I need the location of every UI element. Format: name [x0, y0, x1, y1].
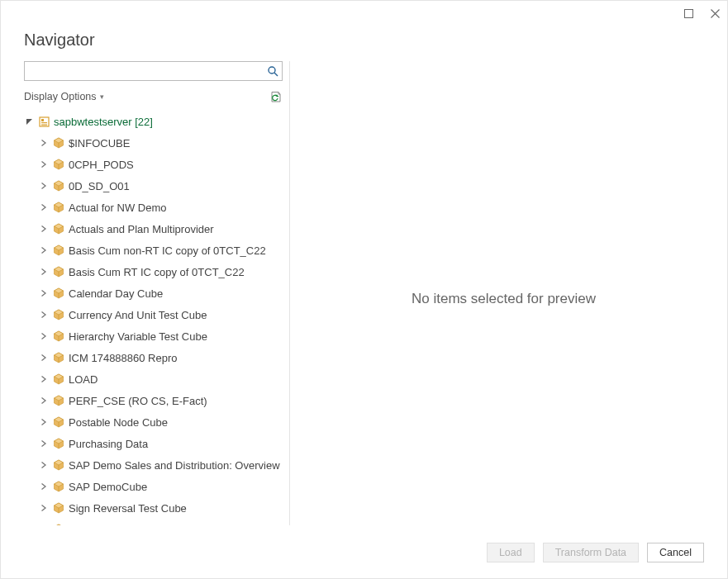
- close-button[interactable]: [707, 6, 722, 21]
- expand-icon[interactable]: [39, 202, 49, 212]
- tree-item-label: $INFOCUBE: [69, 137, 130, 149]
- tree-item[interactable]: Hierarchy Variable Test Cube: [24, 325, 283, 347]
- transform-data-button[interactable]: Transform Data: [543, 543, 639, 562]
- tree-item[interactable]: Calendar Day Cube: [24, 282, 283, 304]
- expand-icon[interactable]: [39, 224, 49, 234]
- tree-item-label: ICM 174888860 Repro: [69, 352, 178, 364]
- tree-item-label: Calendar Day Cube: [69, 287, 163, 300]
- chevron-down-icon: ▾: [100, 93, 104, 101]
- expand-icon[interactable]: [39, 245, 49, 255]
- cancel-button[interactable]: Cancel: [647, 543, 704, 562]
- tree-item[interactable]: PERF_CSE (RO CS, E-Fact): [24, 390, 283, 411]
- tree-item[interactable]: 0CPH_PODS: [24, 154, 283, 175]
- display-options-dropdown[interactable]: Display Options ▾: [24, 91, 104, 102]
- svg-rect-0: [684, 9, 692, 17]
- expand-icon[interactable]: [39, 267, 49, 277]
- cube-icon: [52, 373, 65, 386]
- svg-point-1: [269, 67, 275, 74]
- tree-root[interactable]: sapbwtestserver [22]: [24, 111, 283, 132]
- svg-rect-4: [41, 119, 44, 121]
- tree-item[interactable]: Currency And Unit Test Cube: [24, 304, 283, 325]
- options-row: Display Options ▾: [24, 89, 283, 104]
- maximize-icon: [684, 9, 693, 18]
- tree-item-label: Sign Reversal Test Cube: [69, 502, 187, 515]
- cube-icon: [52, 158, 65, 171]
- tree-item-label: Test Cube: [69, 524, 117, 526]
- svg-rect-5: [41, 122, 47, 123]
- svg-rect-6: [41, 124, 47, 125]
- expand-icon[interactable]: [39, 331, 49, 341]
- search-box: [24, 61, 283, 81]
- cube-icon: [52, 179, 65, 192]
- cube-icon: [52, 480, 65, 493]
- expand-icon[interactable]: [39, 524, 49, 525]
- expand-icon[interactable]: [39, 138, 49, 148]
- expand-icon[interactable]: [39, 374, 49, 384]
- tree-item[interactable]: Test Cube: [24, 519, 283, 525]
- cube-icon: [52, 222, 65, 235]
- cube-icon: [52, 458, 65, 472]
- cube-icon: [52, 415, 65, 429]
- tree-item-label: Basis Cum RT IC copy of 0TCT_C22: [69, 266, 245, 278]
- cube-icon: [52, 287, 65, 300]
- tree-item[interactable]: Sign Reversal Test Cube: [24, 497, 283, 519]
- tree-item[interactable]: 0D_SD_O01: [24, 175, 283, 197]
- expand-icon[interactable]: [39, 482, 49, 491]
- tree-item[interactable]: Basis Cum non-RT IC copy of 0TCT_C22: [24, 240, 283, 261]
- tree-item-label: PERF_CSE (RO CS, E-Fact): [69, 395, 207, 407]
- tree-root-label: sapbwtestserver [22]: [54, 116, 153, 128]
- tree-item[interactable]: $INFOCUBE: [24, 132, 283, 154]
- search-input[interactable]: [25, 62, 264, 80]
- cube-icon: [52, 136, 65, 149]
- cube-icon: [52, 265, 65, 278]
- tree-item-label: Currency And Unit Test Cube: [69, 309, 207, 321]
- tree-item[interactable]: LOAD: [24, 368, 283, 390]
- expand-icon[interactable]: [39, 159, 49, 169]
- tree-item[interactable]: Actuals and Plan Multiprovider: [24, 218, 283, 240]
- tree-item[interactable]: Actual for NW Demo: [24, 197, 283, 218]
- dialog-title: Navigator: [1, 26, 727, 61]
- navigator-left-pane: Display Options ▾: [4, 61, 290, 525]
- refresh-icon: [269, 91, 282, 103]
- cube-icon: [52, 308, 65, 321]
- tree-item[interactable]: Basis Cum RT IC copy of 0TCT_C22: [24, 261, 283, 282]
- tree-item[interactable]: ICM 174888860 Repro: [24, 347, 283, 368]
- cube-icon: [52, 330, 65, 343]
- expand-icon[interactable]: [39, 310, 49, 320]
- titlebar: [1, 1, 727, 26]
- expand-icon[interactable]: [39, 460, 49, 470]
- expand-icon[interactable]: [39, 417, 49, 427]
- display-options-label: Display Options: [24, 91, 97, 102]
- tree-item[interactable]: SAP DemoCube: [24, 476, 283, 497]
- expand-icon[interactable]: [39, 439, 49, 448]
- dialog-body: Display Options ▾: [1, 61, 727, 537]
- tree-item-label: Purchasing Data: [69, 438, 148, 450]
- expand-icon[interactable]: [39, 181, 49, 191]
- svg-line-2: [274, 73, 278, 76]
- tree-item[interactable]: SAP Demo Sales and Distribution: Overvie…: [24, 454, 283, 476]
- tree-item-label: 0CPH_PODS: [69, 159, 134, 171]
- tree-scroll[interactable]: sapbwtestserver [22] $INFOCUBE0CPH_PODS0…: [24, 111, 283, 525]
- tree-item[interactable]: Purchasing Data: [24, 433, 283, 454]
- search-button[interactable]: [264, 62, 282, 80]
- load-button[interactable]: Load: [487, 543, 535, 562]
- expand-icon[interactable]: [39, 288, 49, 298]
- navigator-dialog: Navigator Display Options ▾: [0, 0, 728, 579]
- tree-item-label: Actuals and Plan Multiprovider: [69, 223, 214, 235]
- server-icon: [37, 115, 50, 128]
- cube-icon: [52, 351, 65, 364]
- cube-icon: [52, 437, 65, 450]
- expand-icon[interactable]: [39, 353, 49, 363]
- collapse-icon[interactable]: [24, 116, 34, 126]
- dialog-footer: Load Transform Data Cancel: [1, 537, 727, 578]
- tree-item-label: SAP DemoCube: [69, 481, 147, 493]
- search-icon: [268, 66, 278, 77]
- maximize-button[interactable]: [681, 6, 696, 21]
- expand-icon[interactable]: [39, 503, 49, 513]
- refresh-button[interactable]: [268, 89, 283, 104]
- expand-icon[interactable]: [39, 396, 49, 406]
- cube-icon: [52, 244, 65, 257]
- tree-item-label: Actual for NW Demo: [69, 202, 166, 214]
- tree-item[interactable]: Postable Node Cube: [24, 411, 283, 433]
- close-icon: [711, 9, 720, 18]
